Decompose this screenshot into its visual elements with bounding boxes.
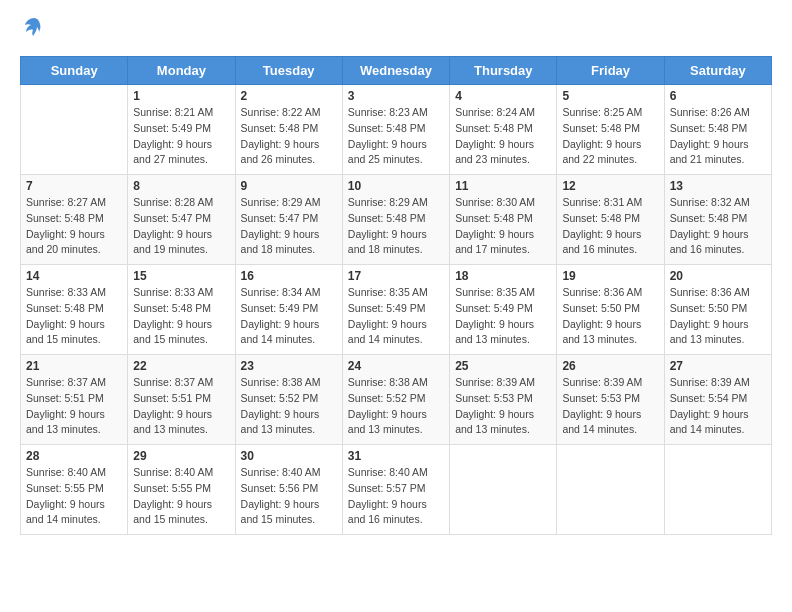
calendar-cell: 25Sunrise: 8:39 AMSunset: 5:53 PMDayligh… xyxy=(450,355,557,445)
weekday-header-row: SundayMondayTuesdayWednesdayThursdayFrid… xyxy=(21,57,772,85)
day-number: 26 xyxy=(562,359,658,373)
weekday-header-sunday: Sunday xyxy=(21,57,128,85)
calendar-cell xyxy=(21,85,128,175)
week-row-4: 21Sunrise: 8:37 AMSunset: 5:51 PMDayligh… xyxy=(21,355,772,445)
calendar-cell: 9Sunrise: 8:29 AMSunset: 5:47 PMDaylight… xyxy=(235,175,342,265)
day-info: Sunrise: 8:37 AMSunset: 5:51 PMDaylight:… xyxy=(133,375,229,438)
calendar-cell: 5Sunrise: 8:25 AMSunset: 5:48 PMDaylight… xyxy=(557,85,664,175)
day-number: 4 xyxy=(455,89,551,103)
calendar-cell: 28Sunrise: 8:40 AMSunset: 5:55 PMDayligh… xyxy=(21,445,128,535)
day-number: 28 xyxy=(26,449,122,463)
calendar-cell: 11Sunrise: 8:30 AMSunset: 5:48 PMDayligh… xyxy=(450,175,557,265)
day-info: Sunrise: 8:22 AMSunset: 5:48 PMDaylight:… xyxy=(241,105,337,168)
day-info: Sunrise: 8:40 AMSunset: 5:55 PMDaylight:… xyxy=(26,465,122,528)
calendar-cell: 1Sunrise: 8:21 AMSunset: 5:49 PMDaylight… xyxy=(128,85,235,175)
day-number: 21 xyxy=(26,359,122,373)
calendar-cell: 15Sunrise: 8:33 AMSunset: 5:48 PMDayligh… xyxy=(128,265,235,355)
day-info: Sunrise: 8:29 AMSunset: 5:47 PMDaylight:… xyxy=(241,195,337,258)
calendar-cell: 16Sunrise: 8:34 AMSunset: 5:49 PMDayligh… xyxy=(235,265,342,355)
day-info: Sunrise: 8:40 AMSunset: 5:56 PMDaylight:… xyxy=(241,465,337,528)
day-number: 10 xyxy=(348,179,444,193)
weekday-header-friday: Friday xyxy=(557,57,664,85)
calendar-cell: 3Sunrise: 8:23 AMSunset: 5:48 PMDaylight… xyxy=(342,85,449,175)
day-info: Sunrise: 8:35 AMSunset: 5:49 PMDaylight:… xyxy=(348,285,444,348)
day-number: 6 xyxy=(670,89,766,103)
calendar-cell: 31Sunrise: 8:40 AMSunset: 5:57 PMDayligh… xyxy=(342,445,449,535)
day-info: Sunrise: 8:38 AMSunset: 5:52 PMDaylight:… xyxy=(348,375,444,438)
day-number: 15 xyxy=(133,269,229,283)
calendar-cell: 21Sunrise: 8:37 AMSunset: 5:51 PMDayligh… xyxy=(21,355,128,445)
day-info: Sunrise: 8:31 AMSunset: 5:48 PMDaylight:… xyxy=(562,195,658,258)
day-info: Sunrise: 8:23 AMSunset: 5:48 PMDaylight:… xyxy=(348,105,444,168)
day-number: 20 xyxy=(670,269,766,283)
day-number: 31 xyxy=(348,449,444,463)
day-number: 22 xyxy=(133,359,229,373)
calendar-cell: 30Sunrise: 8:40 AMSunset: 5:56 PMDayligh… xyxy=(235,445,342,535)
day-info: Sunrise: 8:24 AMSunset: 5:48 PMDaylight:… xyxy=(455,105,551,168)
day-number: 2 xyxy=(241,89,337,103)
day-info: Sunrise: 8:40 AMSunset: 5:55 PMDaylight:… xyxy=(133,465,229,528)
day-number: 30 xyxy=(241,449,337,463)
calendar-cell: 27Sunrise: 8:39 AMSunset: 5:54 PMDayligh… xyxy=(664,355,771,445)
calendar-cell: 19Sunrise: 8:36 AMSunset: 5:50 PMDayligh… xyxy=(557,265,664,355)
weekday-header-thursday: Thursday xyxy=(450,57,557,85)
calendar-cell xyxy=(450,445,557,535)
day-number: 25 xyxy=(455,359,551,373)
calendar-cell: 10Sunrise: 8:29 AMSunset: 5:48 PMDayligh… xyxy=(342,175,449,265)
calendar-cell: 23Sunrise: 8:38 AMSunset: 5:52 PMDayligh… xyxy=(235,355,342,445)
day-info: Sunrise: 8:40 AMSunset: 5:57 PMDaylight:… xyxy=(348,465,444,528)
day-info: Sunrise: 8:35 AMSunset: 5:49 PMDaylight:… xyxy=(455,285,551,348)
calendar-cell: 17Sunrise: 8:35 AMSunset: 5:49 PMDayligh… xyxy=(342,265,449,355)
calendar-cell xyxy=(557,445,664,535)
week-row-2: 7Sunrise: 8:27 AMSunset: 5:48 PMDaylight… xyxy=(21,175,772,265)
day-info: Sunrise: 8:29 AMSunset: 5:48 PMDaylight:… xyxy=(348,195,444,258)
weekday-header-monday: Monday xyxy=(128,57,235,85)
week-row-3: 14Sunrise: 8:33 AMSunset: 5:48 PMDayligh… xyxy=(21,265,772,355)
day-number: 9 xyxy=(241,179,337,193)
day-info: Sunrise: 8:32 AMSunset: 5:48 PMDaylight:… xyxy=(670,195,766,258)
day-info: Sunrise: 8:39 AMSunset: 5:54 PMDaylight:… xyxy=(670,375,766,438)
calendar-cell: 8Sunrise: 8:28 AMSunset: 5:47 PMDaylight… xyxy=(128,175,235,265)
day-number: 11 xyxy=(455,179,551,193)
logo-bird-icon xyxy=(22,16,46,46)
week-row-5: 28Sunrise: 8:40 AMSunset: 5:55 PMDayligh… xyxy=(21,445,772,535)
day-info: Sunrise: 8:30 AMSunset: 5:48 PMDaylight:… xyxy=(455,195,551,258)
day-number: 27 xyxy=(670,359,766,373)
day-info: Sunrise: 8:26 AMSunset: 5:48 PMDaylight:… xyxy=(670,105,766,168)
calendar-cell: 24Sunrise: 8:38 AMSunset: 5:52 PMDayligh… xyxy=(342,355,449,445)
day-info: Sunrise: 8:39 AMSunset: 5:53 PMDaylight:… xyxy=(455,375,551,438)
day-number: 14 xyxy=(26,269,122,283)
day-number: 1 xyxy=(133,89,229,103)
day-number: 8 xyxy=(133,179,229,193)
calendar-cell: 20Sunrise: 8:36 AMSunset: 5:50 PMDayligh… xyxy=(664,265,771,355)
day-number: 3 xyxy=(348,89,444,103)
day-info: Sunrise: 8:25 AMSunset: 5:48 PMDaylight:… xyxy=(562,105,658,168)
logo xyxy=(20,20,46,46)
weekday-header-wednesday: Wednesday xyxy=(342,57,449,85)
day-info: Sunrise: 8:33 AMSunset: 5:48 PMDaylight:… xyxy=(26,285,122,348)
day-number: 5 xyxy=(562,89,658,103)
calendar-cell: 13Sunrise: 8:32 AMSunset: 5:48 PMDayligh… xyxy=(664,175,771,265)
week-row-1: 1Sunrise: 8:21 AMSunset: 5:49 PMDaylight… xyxy=(21,85,772,175)
day-number: 13 xyxy=(670,179,766,193)
day-info: Sunrise: 8:38 AMSunset: 5:52 PMDaylight:… xyxy=(241,375,337,438)
day-number: 29 xyxy=(133,449,229,463)
calendar-cell xyxy=(664,445,771,535)
day-number: 17 xyxy=(348,269,444,283)
calendar-cell: 7Sunrise: 8:27 AMSunset: 5:48 PMDaylight… xyxy=(21,175,128,265)
day-info: Sunrise: 8:33 AMSunset: 5:48 PMDaylight:… xyxy=(133,285,229,348)
weekday-header-saturday: Saturday xyxy=(664,57,771,85)
day-info: Sunrise: 8:39 AMSunset: 5:53 PMDaylight:… xyxy=(562,375,658,438)
day-number: 7 xyxy=(26,179,122,193)
day-info: Sunrise: 8:34 AMSunset: 5:49 PMDaylight:… xyxy=(241,285,337,348)
calendar-cell: 18Sunrise: 8:35 AMSunset: 5:49 PMDayligh… xyxy=(450,265,557,355)
calendar-cell: 6Sunrise: 8:26 AMSunset: 5:48 PMDaylight… xyxy=(664,85,771,175)
day-info: Sunrise: 8:21 AMSunset: 5:49 PMDaylight:… xyxy=(133,105,229,168)
day-info: Sunrise: 8:36 AMSunset: 5:50 PMDaylight:… xyxy=(670,285,766,348)
day-info: Sunrise: 8:27 AMSunset: 5:48 PMDaylight:… xyxy=(26,195,122,258)
weekday-header-tuesday: Tuesday xyxy=(235,57,342,85)
calendar-table: SundayMondayTuesdayWednesdayThursdayFrid… xyxy=(20,56,772,535)
calendar-cell: 2Sunrise: 8:22 AMSunset: 5:48 PMDaylight… xyxy=(235,85,342,175)
calendar-cell: 14Sunrise: 8:33 AMSunset: 5:48 PMDayligh… xyxy=(21,265,128,355)
day-info: Sunrise: 8:36 AMSunset: 5:50 PMDaylight:… xyxy=(562,285,658,348)
